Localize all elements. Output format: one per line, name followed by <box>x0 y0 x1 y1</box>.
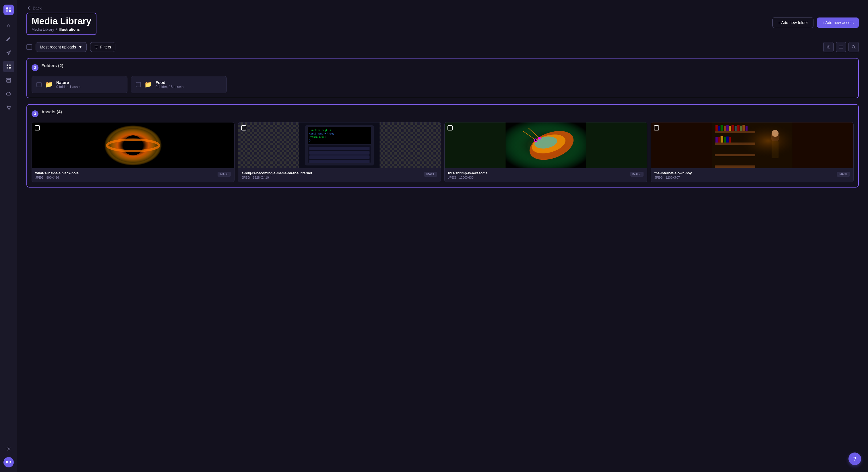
svg-point-11 <box>8 109 9 109</box>
folder-food-meta: 0 folder, 16 assets <box>156 85 183 89</box>
asset-code[interactable]: function bug() { const meme = true; retu… <box>238 122 441 182</box>
svg-rect-9 <box>7 80 11 81</box>
folder-nature-meta: 0 folder, 1 asset <box>56 85 81 89</box>
toolbar: Most recent uploads ▼ Filters <box>26 42 859 52</box>
svg-text:const meme = true;: const meme = true; <box>309 133 334 135</box>
filter-icon <box>94 45 98 49</box>
svg-text:return meme;: return meme; <box>309 136 326 138</box>
add-folder-button[interactable]: + Add new folder <box>772 17 813 28</box>
sort-label: Most recent uploads <box>40 45 76 49</box>
asset-shrimp-name: this-shrimp-is-awesome <box>448 171 487 175</box>
svg-rect-29 <box>309 151 370 155</box>
back-button[interactable]: Back <box>26 6 96 10</box>
svg-rect-10 <box>7 81 11 82</box>
asset-black-hole-name: what-s-inside-a-black-hole <box>35 171 79 175</box>
sidebar-item-settings[interactable] <box>3 443 14 455</box>
list-view-button[interactable] <box>836 42 846 52</box>
breadcrumb-separator: / <box>56 27 57 32</box>
help-button[interactable]: ? <box>848 452 861 465</box>
sort-dropdown[interactable]: Most recent uploads ▼ <box>36 42 87 52</box>
svg-point-12 <box>9 109 10 109</box>
asset-library-meta: JPEG - 1200X707 <box>654 176 692 179</box>
header-left: Back Media Library Media Library / Illus… <box>26 6 96 35</box>
svg-rect-2 <box>6 10 8 12</box>
folder-food-name: Food <box>156 80 183 85</box>
assets-grid: what-s-inside-a-black-hole JPEG - 800X46… <box>32 122 854 182</box>
asset-library-info: the-internet-s-own-boy JPEG - 1200X707 I… <box>651 168 854 182</box>
folder-food-info: Food 0 folder, 16 assets <box>156 80 183 89</box>
svg-rect-4 <box>7 65 8 66</box>
sidebar-item-media[interactable] <box>3 61 14 72</box>
svg-rect-31 <box>309 160 370 163</box>
back-arrow-icon <box>26 6 31 10</box>
asset-shrimp-thumbnail <box>445 123 647 168</box>
svg-point-38 <box>535 139 537 141</box>
breadcrumb: Media Library / Illustrations <box>32 27 91 32</box>
asset-black-hole-thumbnail <box>32 123 234 168</box>
svg-point-18 <box>123 135 143 156</box>
svg-rect-7 <box>9 67 11 69</box>
back-label: Back <box>33 6 42 10</box>
asset-code-type: IMAGE <box>424 172 437 177</box>
add-assets-button[interactable]: + Add new assets <box>817 18 859 28</box>
sidebar-item-send[interactable] <box>3 47 14 59</box>
svg-text:function bug() {: function bug() { <box>309 129 332 132</box>
folder-nature-checkbox[interactable] <box>36 82 42 87</box>
folder-icon: 📁 <box>45 81 53 88</box>
svg-point-13 <box>8 448 9 450</box>
asset-black-hole-info: what-s-inside-a-black-hole JPEG - 800X46… <box>32 168 234 182</box>
page-header: Back Media Library Media Library / Illus… <box>26 6 859 35</box>
sidebar-logo[interactable] <box>3 5 14 15</box>
sidebar-avatar[interactable]: KD <box>3 457 14 467</box>
main-content: Back Media Library Media Library / Illus… <box>17 0 868 472</box>
svg-rect-30 <box>309 156 370 159</box>
folders-section-header: 2 Folders (2) <box>32 63 854 72</box>
svg-rect-28 <box>309 147 370 150</box>
page-title: Media Library <box>32 16 91 26</box>
step-badge-3: 3 <box>32 110 38 117</box>
asset-shrimp-type: IMAGE <box>630 172 644 177</box>
asset-code-thumbnail: function bug() { const meme = true; retu… <box>238 123 441 168</box>
asset-library-name: the-internet-s-own-boy <box>654 171 692 175</box>
folders-grid: 📁 Nature 0 folder, 1 asset 📁 Food 0 fold… <box>32 76 227 93</box>
sidebar-item-home[interactable]: ⌂ <box>3 20 14 31</box>
assets-section-header: 3 Assets (4) <box>32 109 854 118</box>
folder-nature[interactable]: 📁 Nature 0 folder, 1 asset <box>32 76 127 93</box>
asset-black-hole[interactable]: what-s-inside-a-black-hole JPEG - 800X46… <box>32 122 235 182</box>
breadcrumb-parent[interactable]: Media Library <box>32 27 54 32</box>
filters-label: Filters <box>100 45 111 49</box>
toolbar-right <box>823 42 859 52</box>
asset-code-name: a-bug-is-becoming-a-meme-on-the-internet <box>242 171 312 175</box>
sidebar-item-cart[interactable] <box>3 102 14 113</box>
svg-rect-3 <box>9 10 11 12</box>
asset-library[interactable]: the-internet-s-own-boy JPEG - 1200X707 I… <box>651 122 854 182</box>
folder-nature-info: Nature 0 folder, 1 asset <box>56 80 81 89</box>
asset-shrimp[interactable]: this-shrimp-is-awesome JPEG - 1200X630 I… <box>444 122 647 182</box>
search-button[interactable] <box>848 42 859 52</box>
svg-rect-5 <box>9 65 11 66</box>
sidebar-item-cloud[interactable] <box>3 88 14 100</box>
asset-shrimp-checkbox[interactable] <box>447 125 453 131</box>
folder-food-icon: 📁 <box>144 81 152 88</box>
sidebar: ⌂ <box>0 0 17 472</box>
assets-section: 3 Assets (4) <box>26 104 859 188</box>
sidebar-item-edit[interactable] <box>3 33 14 45</box>
svg-rect-1 <box>9 7 11 9</box>
folder-food-checkbox[interactable] <box>136 82 141 87</box>
asset-black-hole-checkbox[interactable] <box>35 125 40 131</box>
asset-library-checkbox[interactable] <box>654 125 659 131</box>
title-box: Media Library Media Library / Illustrati… <box>26 12 96 35</box>
select-all-checkbox[interactable] <box>26 44 32 50</box>
gear-icon <box>826 45 831 49</box>
settings-view-button[interactable] <box>823 42 834 52</box>
asset-black-hole-meta: JPEG - 800X466 <box>35 176 79 179</box>
sidebar-item-layers[interactable] <box>3 74 14 86</box>
filters-button[interactable]: Filters <box>90 42 115 52</box>
assets-title: Assets (4) <box>41 109 62 114</box>
folder-food[interactable]: 📁 Food 0 folder, 16 assets <box>131 76 227 93</box>
list-icon <box>839 45 843 49</box>
header-actions: + Add new folder + Add new assets <box>772 17 859 28</box>
svg-rect-6 <box>7 67 8 69</box>
asset-library-type: IMAGE <box>837 172 850 177</box>
asset-code-checkbox[interactable] <box>241 125 246 131</box>
